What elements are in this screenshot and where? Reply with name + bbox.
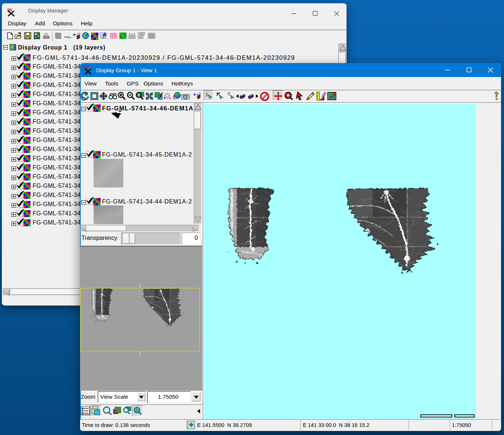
svg-text:±: ± — [131, 32, 133, 36]
svg-text:?: ? — [227, 91, 230, 97]
svg-text:MI: MI — [7, 8, 12, 12]
svg-text:MI: MI — [84, 66, 88, 70]
svg-text:1: 1 — [129, 32, 130, 36]
svg-text:?: ? — [494, 91, 498, 98]
svg-text:3: 3 — [133, 32, 135, 36]
svg-text:1: 1 — [206, 92, 208, 97]
